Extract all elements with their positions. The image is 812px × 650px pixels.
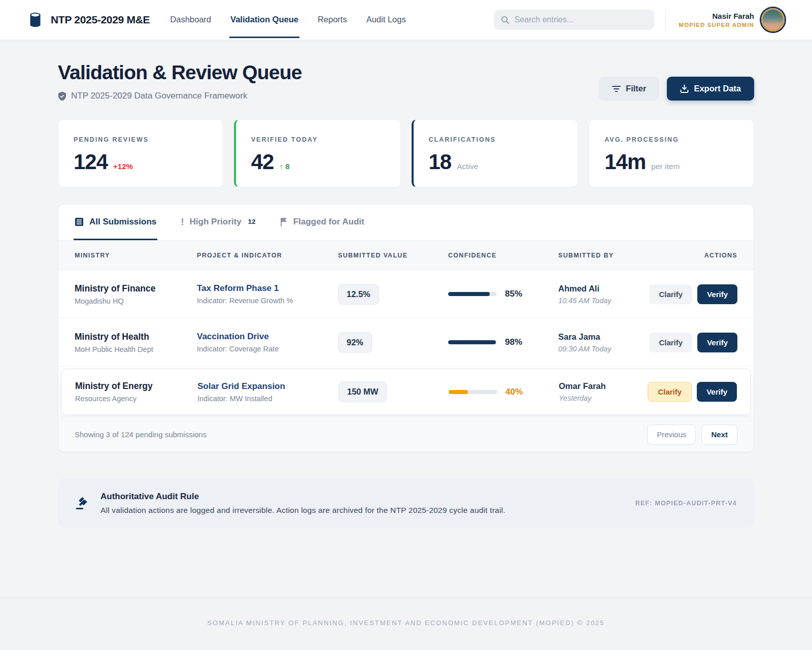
project-link[interactable]: Tax Reform Phase 1 <box>197 283 279 293</box>
confidence-percent: 40% <box>505 387 523 397</box>
page-title: Validation & Review Queue <box>58 61 302 84</box>
nav-dashboard[interactable]: Dashboard <box>169 2 212 38</box>
stat-label: PENDING REVIEWS <box>74 136 208 143</box>
stat-label: VERIFIED TODAY <box>251 136 385 143</box>
confidence-percent: 98% <box>505 337 522 347</box>
audit-rule-title: Authoritative Audit Rule <box>100 492 505 502</box>
audit-rule-body: All validation actions are logged and ir… <box>100 506 505 515</box>
submitted-time: 10:45 AM Today <box>558 297 649 305</box>
ministry-dept: Mogadishu HQ <box>75 297 197 305</box>
submitted-value-pill: 12.5% <box>338 284 379 305</box>
stat-value: 42 <box>251 150 274 174</box>
stat-label: CLARIFICATIONS <box>429 136 563 143</box>
page-header: Validation & Review Queue NTP 2025-2029 … <box>58 61 754 101</box>
table-footer: Showing 3 of 124 pending submissions Pre… <box>58 417 754 451</box>
verify-button[interactable]: Verify <box>697 333 737 352</box>
tab-high-priority[interactable]: ! High Priority 12 <box>180 205 256 240</box>
ministry-dept: MoH Public Health Dept <box>75 345 197 353</box>
col-submitted-by: SUBMITTED BY <box>558 252 704 259</box>
confidence-percent: 85% <box>505 289 522 299</box>
page-subtitle: NTP 2025-2029 Data Governance Framework <box>71 91 247 101</box>
search-box[interactable] <box>494 10 654 30</box>
export-data-button[interactable]: Export Data <box>667 77 754 101</box>
audit-rule-banner: Authoritative Audit Rule All validation … <box>58 479 754 528</box>
submitted-time: 09:30 AM Today <box>558 345 649 353</box>
top-navbar: NTP 2025-2029 M&E Dashboard Validation Q… <box>0 0 812 40</box>
col-submitted-value: SUBMITTED VALUE <box>338 252 448 259</box>
database-icon <box>28 12 42 27</box>
table-row-highlighted: Ministry of Energy Resources Agency Sola… <box>61 369 751 415</box>
pagination-summary: Showing 3 of 124 pending submissions <box>75 430 207 439</box>
submitted-by-name: Sara Jama <box>558 332 649 342</box>
stat-value: 14m <box>604 150 646 174</box>
submitted-by-name: Omar Farah <box>559 381 648 391</box>
stat-delta: ↑ 8 <box>279 162 289 171</box>
nav-divider <box>665 9 666 30</box>
project-link[interactable]: Solar Grid Expansion <box>197 381 285 391</box>
nav-reports[interactable]: Reports <box>317 2 348 38</box>
stat-value: 18 <box>429 150 452 174</box>
next-button[interactable]: Next <box>701 425 737 445</box>
col-ministry: MINISTRY <box>75 252 197 259</box>
project-link[interactable]: Vaccination Drive <box>197 332 269 341</box>
submissions-panel: All Submissions ! High Priority 12 Flagg… <box>58 204 754 452</box>
stat-cards: PENDING REVIEWS 124 +12% VERIFIED TODAY … <box>58 119 754 187</box>
submitted-by-name: Ahmed Ali <box>558 284 649 294</box>
flag-icon <box>280 217 288 226</box>
shield-check-icon <box>58 91 66 101</box>
stat-pending-reviews: PENDING REVIEWS 124 +12% <box>58 119 223 187</box>
col-confidence: CONFIDENCE <box>448 252 558 259</box>
stat-verified-today: VERIFIED TODAY 42 ↑ 8 <box>234 119 401 187</box>
ministry-name: Ministry of Finance <box>75 283 197 294</box>
avatar[interactable] <box>761 8 785 31</box>
table-row: Ministry of Finance Mogadishu HQ Tax Ref… <box>58 270 754 318</box>
table-grid-icon <box>75 217 84 226</box>
confidence-bar <box>449 390 497 394</box>
verify-button[interactable]: Verify <box>697 382 737 402</box>
submitted-value-pill: 150 MW <box>339 381 387 402</box>
user-name: Nasir Farah <box>679 12 754 20</box>
tab-bar: All Submissions ! High Priority 12 Flagg… <box>58 205 754 241</box>
stat-value: 124 <box>74 150 108 174</box>
confidence-bar <box>448 340 497 344</box>
clarify-button[interactable]: Clarify <box>649 284 692 304</box>
project-indicator: Indicator: Coverage Rate <box>197 345 338 353</box>
clarify-button[interactable]: Clarify <box>649 333 692 352</box>
stat-avg-processing: AVG. PROCESSING 14m per item <box>589 119 754 187</box>
table-row: Ministry of Health MoH Public Health Dep… <box>58 318 754 367</box>
filter-button[interactable]: Filter <box>599 77 659 101</box>
ministry-name: Ministry of Energy <box>75 381 197 392</box>
download-icon <box>680 84 689 93</box>
ministry-name: Ministry of Health <box>75 332 197 342</box>
stat-clarifications: CLARIFICATIONS 18 Active <box>412 119 579 187</box>
nav-validation-queue[interactable]: Validation Queue <box>229 2 299 38</box>
tab-flagged-for-audit[interactable]: Flagged for Audit <box>279 205 365 240</box>
submitted-time: Yesterday <box>559 394 648 402</box>
stat-delta: +12% <box>113 162 133 171</box>
nav-audit-logs[interactable]: Audit Logs <box>365 2 407 38</box>
col-actions: ACTIONS <box>704 252 737 259</box>
search-icon <box>501 16 510 24</box>
previous-button[interactable]: Previous <box>647 425 696 445</box>
high-priority-count-badge: 12 <box>248 218 256 225</box>
gavel-icon <box>75 496 88 510</box>
audit-ref: REF: MOPIED-AUDIT-PRT-V4 <box>635 500 737 507</box>
stat-delta: Active <box>457 162 478 171</box>
verify-button[interactable]: Verify <box>697 284 737 304</box>
filter-icon <box>612 85 621 92</box>
col-project-indicator: PROJECT & INDICATOR <box>197 252 338 259</box>
clarify-button[interactable]: Clarify <box>648 382 692 402</box>
page-footer: SOMALIA MINISTRY OF PLANNING, INVESTMENT… <box>0 598 812 650</box>
search-input[interactable] <box>515 15 647 24</box>
user-block[interactable]: Nasir Farah MOPIED SUPER ADMIN <box>679 8 785 31</box>
footer-text: SOMALIA MINISTRY OF PLANNING, INVESTMENT… <box>0 619 812 627</box>
ministry-dept: Resources Agency <box>75 395 197 403</box>
stat-label: AVG. PROCESSING <box>604 136 738 143</box>
submitted-value-pill: 92% <box>338 332 372 353</box>
brand: NTP 2025-2029 M&E <box>28 12 150 27</box>
project-indicator: Indicator: MW Installed <box>197 395 339 403</box>
app-title: NTP 2025-2029 M&E <box>51 14 150 26</box>
tab-all-submissions[interactable]: All Submissions <box>74 205 157 240</box>
user-role: MOPIED SUPER ADMIN <box>679 22 754 28</box>
confidence-bar <box>448 292 497 296</box>
